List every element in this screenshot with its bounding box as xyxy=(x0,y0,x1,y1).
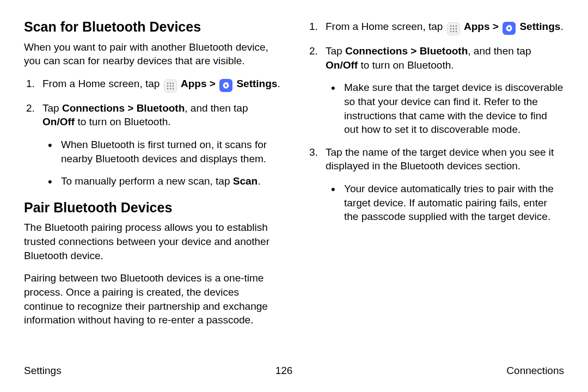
footer-left: Settings xyxy=(24,365,62,377)
scan-step-2: Tap Connections > Bluetooth, and then ta… xyxy=(24,101,281,188)
text: to turn on Bluetooth. xyxy=(75,116,170,127)
svg-point-9 xyxy=(225,84,227,87)
svg-point-8 xyxy=(172,88,174,89)
pair-step-1: From a Home screen, tap Apps > Settings. xyxy=(307,20,564,35)
text-bold: On/Off xyxy=(326,59,358,71)
text: Tap xyxy=(42,102,62,114)
text-bold: On/Off xyxy=(42,116,75,127)
scan-step-2-subs: When Bluetooth is first turned on, it sc… xyxy=(42,138,281,188)
para-pair-1: The Bluetooth pairing process allows you… xyxy=(24,220,281,262)
scan-sub-2: To manually perform a new scan, tap Scan… xyxy=(42,174,281,188)
text: To manually perform a new scan, tap xyxy=(61,175,233,187)
svg-point-12 xyxy=(455,26,457,27)
svg-point-5 xyxy=(172,85,174,87)
pair-step-3: Tap the name of the target device when y… xyxy=(307,145,564,224)
pair-sub-1: Make sure that the target device is disc… xyxy=(326,81,564,137)
apps-label: Apps xyxy=(464,21,490,32)
footer: Settings 126 Connections xyxy=(24,365,564,377)
svg-point-18 xyxy=(455,31,457,33)
text-bold: Connections > Bluetooth xyxy=(345,45,468,57)
settings-icon xyxy=(503,22,516,35)
svg-point-11 xyxy=(452,26,454,27)
text: . xyxy=(560,21,563,32)
svg-point-10 xyxy=(450,26,451,27)
footer-page-number: 126 xyxy=(275,365,293,377)
text: . xyxy=(277,78,280,89)
settings-icon xyxy=(219,79,232,92)
svg-point-2 xyxy=(172,82,174,84)
pair-step-2-subs: Make sure that the target device is disc… xyxy=(326,81,564,137)
text: Tap the name of the target device when y… xyxy=(326,146,554,172)
text-bold: Scan xyxy=(233,175,258,187)
chevron: > xyxy=(206,78,218,89)
footer-right: Connections xyxy=(506,365,564,377)
svg-point-19 xyxy=(508,27,510,29)
pair-step-3-subs: Your device automatically tries to pair … xyxy=(326,182,564,224)
heading-pair: Pair Bluetooth Devices xyxy=(24,200,281,216)
left-column: Scan for Bluetooth Devices When you want… xyxy=(24,20,281,360)
text: to turn on Bluetooth. xyxy=(358,59,454,71)
pair-step-2: Tap Connections > Bluetooth, and then ta… xyxy=(307,44,564,137)
text: From a Home screen, tap xyxy=(42,78,163,89)
scan-step-1: From a Home screen, tap Apps > Settings. xyxy=(24,77,281,93)
text-bold: Connections > Bluetooth xyxy=(62,102,185,114)
scan-steps: From a Home screen, tap Apps > Settings.… xyxy=(24,77,281,188)
content-columns: Scan for Bluetooth Devices When you want… xyxy=(24,20,564,360)
heading-scan: Scan for Bluetooth Devices xyxy=(24,20,281,35)
scan-sub-1: When Bluetooth is first turned on, it sc… xyxy=(42,138,281,166)
settings-label: Settings xyxy=(236,78,277,89)
svg-point-13 xyxy=(450,28,451,30)
svg-point-4 xyxy=(169,85,171,87)
text: From a Home screen, tap xyxy=(326,21,446,32)
svg-point-7 xyxy=(169,88,171,89)
pair-sub-2: Your device automatically tries to pair … xyxy=(326,182,564,224)
text: , and then tap xyxy=(468,45,531,57)
chevron: > xyxy=(489,21,501,32)
svg-point-3 xyxy=(167,85,168,87)
svg-point-0 xyxy=(167,82,168,84)
text: Tap xyxy=(326,45,345,57)
para-scan-intro: When you want to pair with another Bluet… xyxy=(24,40,281,68)
svg-point-14 xyxy=(452,28,454,30)
svg-point-15 xyxy=(455,28,457,30)
para-pair-2: Pairing between two Bluetooth devices is… xyxy=(24,271,281,327)
text: . xyxy=(258,175,260,187)
pair-section: Pair Bluetooth Devices The Bluetooth pai… xyxy=(24,200,281,327)
right-column: From a Home screen, tap Apps > Settings.… xyxy=(307,20,564,360)
text: , and then tap xyxy=(185,102,248,114)
apps-label: Apps xyxy=(181,78,207,89)
svg-point-6 xyxy=(167,88,168,89)
settings-label: Settings xyxy=(519,21,560,32)
apps-icon xyxy=(164,79,177,93)
svg-point-16 xyxy=(450,31,451,33)
svg-point-1 xyxy=(169,82,171,84)
svg-point-17 xyxy=(452,31,454,33)
pair-steps: From a Home screen, tap Apps > Settings.… xyxy=(307,20,564,224)
apps-icon xyxy=(447,22,460,35)
